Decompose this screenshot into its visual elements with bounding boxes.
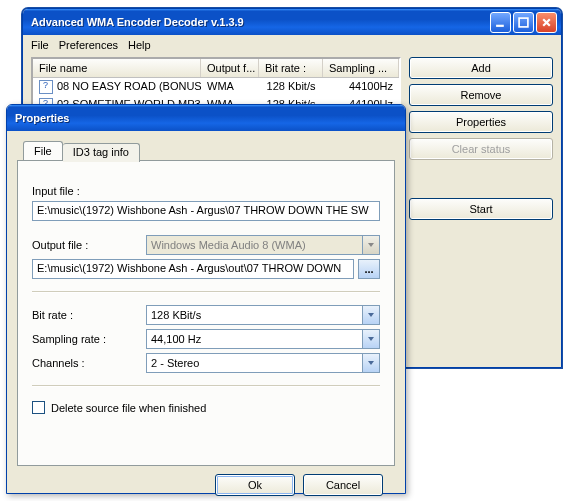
table-row[interactable]: 08 NO EASY ROAD (BONUS).... WMA 128 Kbit… <box>33 78 399 96</box>
file-icon <box>39 80 53 94</box>
cell-sampling: 44100Hz <box>323 78 399 96</box>
col-filename[interactable]: File name <box>33 59 201 77</box>
chevron-down-icon <box>362 306 379 324</box>
label-sampling: Sampling rate : <box>32 333 142 345</box>
chevron-down-icon <box>362 330 379 348</box>
col-output[interactable]: Output f... <box>201 59 259 77</box>
svg-rect-0 <box>496 24 504 26</box>
list-header: File name Output f... Bit rate : Samplin… <box>33 59 399 78</box>
label-delete-source: Delete source file when finished <box>51 402 206 414</box>
cell-filename: 08 NO EASY ROAD (BONUS).... <box>57 80 201 92</box>
separator <box>32 385 380 387</box>
label-input-file: Input file : <box>32 185 380 197</box>
bitrate-value: 128 KBit/s <box>147 309 362 321</box>
chevron-down-icon <box>362 354 379 372</box>
separator <box>32 291 380 293</box>
input-file-field[interactable]: E:\music\(1972) Wishbone Ash - Argus\07 … <box>32 201 380 221</box>
chevron-down-icon <box>362 236 379 254</box>
dialog-titlebar[interactable]: Properties <box>7 105 405 131</box>
tab-panel-file: Input file : E:\music\(1972) Wishbone As… <box>17 160 395 466</box>
menubar: File Preferences Help <box>23 35 561 55</box>
sampling-value: 44,100 Hz <box>147 333 362 345</box>
col-bitrate[interactable]: Bit rate : <box>259 59 323 77</box>
output-codec-combo[interactable]: Windows Media Audio 8 (WMA) <box>146 235 380 255</box>
menu-help[interactable]: Help <box>128 39 151 51</box>
svg-rect-1 <box>519 18 528 27</box>
bitrate-combo[interactable]: 128 KBit/s <box>146 305 380 325</box>
col-sampling[interactable]: Sampling ... <box>323 59 399 77</box>
add-button[interactable]: Add <box>409 57 553 79</box>
menu-file[interactable]: File <box>31 39 49 51</box>
cancel-button[interactable]: Cancel <box>303 474 383 496</box>
minimize-button[interactable] <box>490 12 511 33</box>
tab-id3[interactable]: ID3 tag info <box>63 143 140 162</box>
output-file-field[interactable]: E:\music\(1972) Wishbone Ash - Argus\out… <box>32 259 354 279</box>
tabstrip: File ID3 tag info <box>23 141 395 160</box>
start-button[interactable]: Start <box>409 198 553 220</box>
delete-source-checkbox[interactable] <box>32 401 45 414</box>
channels-value: 2 - Stereo <box>147 357 362 369</box>
properties-button[interactable]: Properties <box>409 111 553 133</box>
remove-button[interactable]: Remove <box>409 84 553 106</box>
label-channels: Channels : <box>32 357 142 369</box>
main-title: Advanced WMA Encoder Decoder v.1.3.9 <box>31 16 488 28</box>
cell-bitrate: 128 Kbit/s <box>259 78 323 96</box>
sampling-combo[interactable]: 44,100 Hz <box>146 329 380 349</box>
label-bitrate: Bit rate : <box>32 309 142 321</box>
properties-dialog: Properties File ID3 tag info Input file … <box>6 104 406 494</box>
tab-file[interactable]: File <box>23 141 63 160</box>
cell-output: WMA <box>201 78 259 96</box>
clear-status-button[interactable]: Clear status <box>409 138 553 160</box>
maximize-button[interactable] <box>513 12 534 33</box>
browse-button[interactable]: ... <box>358 259 380 279</box>
main-titlebar[interactable]: Advanced WMA Encoder Decoder v.1.3.9 <box>23 9 561 35</box>
label-output-file: Output file : <box>32 239 142 251</box>
ok-button[interactable]: Ok <box>215 474 295 496</box>
sidebar-buttons: Add Remove Properties Clear status Start <box>409 57 553 347</box>
menu-preferences[interactable]: Preferences <box>59 39 118 51</box>
channels-combo[interactable]: 2 - Stereo <box>146 353 380 373</box>
output-codec-value: Windows Media Audio 8 (WMA) <box>147 239 362 251</box>
close-button[interactable] <box>536 12 557 33</box>
dialog-title: Properties <box>15 112 401 124</box>
